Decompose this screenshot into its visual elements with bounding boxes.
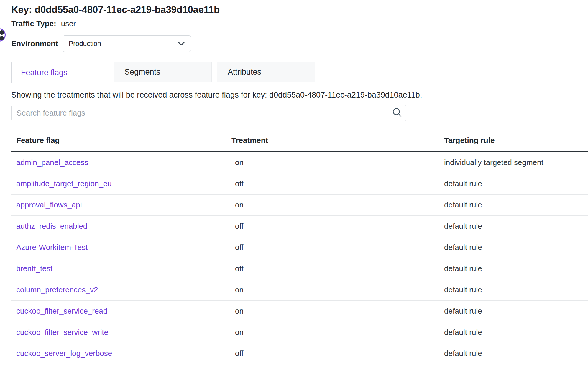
table-row: approval_flows_apiondefault rule — [11, 195, 588, 216]
treatment-value: on — [231, 158, 444, 167]
feature-flag-link[interactable]: column_preferences_v2 — [16, 285, 98, 294]
targeting-rule-value: default rule — [444, 328, 588, 337]
feature-flag-cell: amplitude_target_region_eu — [11, 179, 231, 188]
feature-flag-link[interactable]: cuckoo_server_log_verbose — [16, 349, 112, 358]
table-row: admin_panel_accessonindividually targete… — [11, 152, 588, 173]
treatment-value: off — [231, 243, 444, 252]
feature-flag-link[interactable]: Azure-Workitem-Test — [16, 243, 88, 252]
treatments-description: Showing the treatments that will be rece… — [11, 90, 588, 100]
column-header-feature-flag: Feature flag — [11, 136, 231, 145]
targeting-rule-value: default rule — [444, 179, 588, 188]
feature-flags-table: Feature flag Treatment Targeting rule ad… — [11, 136, 588, 364]
targeting-rule-value: individually targeted segment — [444, 158, 588, 167]
table-row: cuckoo_filter_service_readondefault rule — [11, 301, 588, 322]
feature-flag-link[interactable]: cuckoo_filter_service_read — [16, 307, 107, 315]
feature-flag-cell: approval_flows_api — [11, 200, 231, 210]
search-input[interactable] — [11, 105, 406, 121]
page-title: Key: d0dd55a0-4807-11ec-a219-ba39d10ae11… — [11, 4, 588, 15]
feature-flag-link[interactable]: admin_panel_access — [16, 158, 88, 167]
table-row: amplitude_target_region_euoffdefault rul… — [11, 173, 588, 195]
environment-label: Environment — [11, 39, 58, 48]
table-row: Azure-Workitem-Testoffdefault rule — [11, 237, 588, 258]
table-header-row: Feature flag Treatment Targeting rule — [11, 136, 588, 152]
treatment-value: off — [231, 349, 444, 358]
environment-select[interactable]: Production — [63, 35, 191, 52]
treatment-value: off — [231, 179, 444, 188]
feature-flag-cell: authz_redis_enabled — [11, 222, 231, 231]
feature-flag-cell: column_preferences_v2 — [11, 285, 231, 294]
feature-flag-link[interactable]: approval_flows_api — [16, 200, 82, 209]
targeting-rule-value: default rule — [444, 200, 588, 210]
targeting-rule-value: default rule — [444, 307, 588, 316]
targeting-rule-value: default rule — [444, 349, 588, 358]
column-header-treatment: Treatment — [231, 136, 444, 145]
environment-row: Environment Production — [11, 35, 588, 52]
feature-flag-cell: cuckoo_filter_service_read — [11, 307, 231, 316]
feature-flag-cell: cuckoo_server_log_verbose — [11, 349, 231, 358]
tab-feature-flags[interactable]: Feature flags — [11, 62, 110, 83]
search-icon — [392, 108, 403, 118]
feature-flag-cell: brentt_test — [11, 264, 231, 273]
tab-attributes[interactable]: Attributes — [217, 62, 315, 82]
treatment-value: on — [231, 285, 444, 294]
tab-segments[interactable]: Segments — [114, 62, 212, 82]
column-header-targeting-rule: Targeting rule — [444, 136, 588, 145]
targeting-rule-value: default rule — [444, 285, 588, 294]
table-row: brentt_testoffdefault rule — [11, 258, 588, 279]
targeting-rule-value: default rule — [444, 222, 588, 231]
partial-circle-glyph-bottom — [0, 36, 4, 40]
targeting-rule-value: default rule — [444, 264, 588, 273]
chevron-down-icon — [178, 42, 185, 46]
environment-select-value: Production — [69, 40, 101, 48]
key-detail-page: Key: d0dd55a0-4807-11ec-a219-ba39d10ae11… — [0, 0, 588, 364]
feature-flag-link[interactable]: brentt_test — [16, 264, 52, 273]
table-row: cuckoo_server_log_verboseoffdefault rule — [11, 343, 588, 364]
feature-flag-link[interactable]: amplitude_target_region_eu — [16, 179, 112, 188]
table-body: admin_panel_accessonindividually targete… — [11, 152, 588, 364]
traffic-type-value: user — [61, 19, 76, 28]
feature-flag-cell: admin_panel_access — [11, 158, 231, 167]
feature-flag-cell: Azure-Workitem-Test — [11, 243, 231, 252]
search-box — [11, 105, 406, 121]
feature-flag-cell: cuckoo_filter_service_write — [11, 328, 231, 337]
treatment-value: off — [231, 222, 444, 231]
partial-circle-icon — [0, 28, 7, 43]
traffic-type-row: Traffic Type: user — [11, 19, 588, 28]
treatment-value: on — [231, 307, 444, 316]
table-row: authz_redis_enabledoffdefault rule — [11, 216, 588, 237]
treatment-value: on — [231, 200, 444, 210]
traffic-type-label: Traffic Type: — [11, 19, 56, 28]
feature-flag-link[interactable]: cuckoo_filter_service_write — [16, 328, 108, 337]
table-row: cuckoo_filter_service_writeondefault rul… — [11, 322, 588, 343]
treatment-value: on — [231, 328, 444, 337]
feature-flag-link[interactable]: authz_redis_enabled — [16, 222, 87, 230]
partial-circle-glyph-top — [0, 30, 4, 35]
tab-bar: Feature flags Segments Attributes — [11, 62, 588, 82]
table-row: column_preferences_v2ondefault rule — [11, 279, 588, 301]
targeting-rule-value: default rule — [444, 243, 588, 252]
treatment-value: off — [231, 264, 444, 273]
